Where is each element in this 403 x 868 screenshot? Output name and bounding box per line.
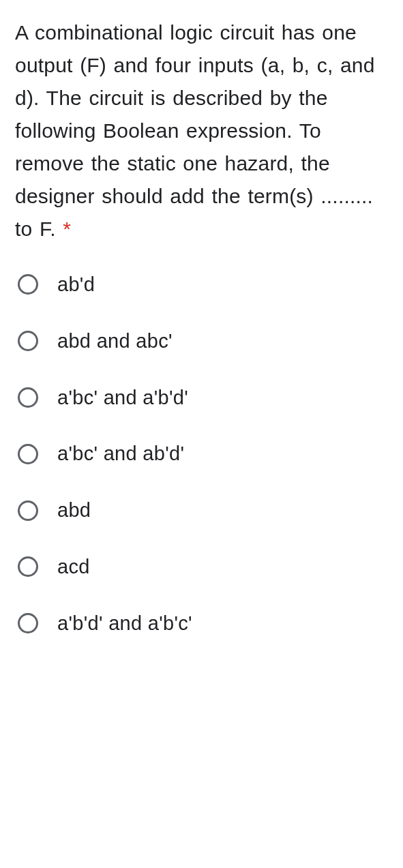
option-label: abd and abc': [57, 329, 173, 353]
option-label: ab'd: [57, 273, 95, 297]
option-row[interactable]: abd: [18, 498, 388, 522]
radio-icon: [18, 556, 38, 577]
required-asterisk: *: [56, 218, 71, 240]
radio-icon: [18, 331, 38, 351]
option-row[interactable]: a'b'd' and a'b'c': [18, 612, 388, 635]
radio-icon: [18, 274, 38, 295]
option-row[interactable]: acd: [18, 555, 388, 579]
radio-icon: [18, 444, 38, 464]
option-row[interactable]: ab'd: [18, 273, 388, 297]
option-label: a'b'd' and a'b'c': [57, 612, 192, 635]
option-row[interactable]: a'bc' and a'b'd': [18, 386, 388, 410]
radio-icon: [18, 387, 38, 408]
radio-icon: [18, 613, 38, 633]
option-row[interactable]: abd and abc': [18, 329, 388, 353]
question-text: A combinational logic circuit has one ou…: [15, 16, 388, 245]
option-label: a'bc' and a'b'd': [57, 386, 188, 410]
option-label: abd: [57, 498, 91, 522]
question-body: A combinational logic circuit has one ou…: [15, 21, 375, 240]
option-label: acd: [57, 555, 90, 579]
radio-icon: [18, 500, 38, 521]
options-group: ab'd abd and abc' a'bc' and a'b'd' a'bc'…: [15, 273, 388, 635]
option-label: a'bc' and ab'd': [57, 442, 184, 466]
option-row[interactable]: a'bc' and ab'd': [18, 442, 388, 466]
